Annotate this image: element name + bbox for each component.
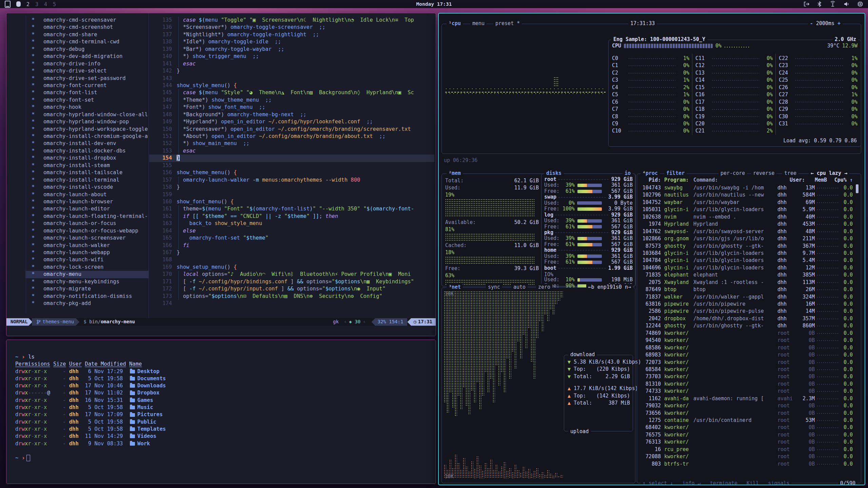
process-row[interactable]: 104762swayosd-/usr/bin/swayosd-serverdhh… (640, 228, 853, 235)
process-row[interactable]: 71835elephantelephantdhh385M0.0 (640, 271, 853, 279)
line-number: 158 (152, 184, 172, 191)
process-row[interactable]: 105031glycin-i/usr/lib/glycin-loadersdhh… (640, 206, 853, 213)
line-number: 145 (152, 89, 172, 96)
terminal-cursor[interactable] (26, 455, 30, 461)
clock[interactable]: Monday 17:31 (0, 1, 868, 7)
upload-graph (444, 454, 563, 478)
process-row[interactable]: 81310kworker/root0B0.0 (640, 381, 853, 388)
network-icon[interactable] (829, 1, 836, 7)
proc-reverse-toggle[interactable]: reverse (751, 170, 776, 177)
code-line: 155 (6, 162, 436, 169)
cpu-box: ¹cpu menu preset * 17:31:33 - 2000ms + u… (441, 24, 861, 154)
process-row[interactable]: 79032kworker/root0B0.0 (640, 402, 853, 409)
proc-scrollbar-thumb[interactable] (856, 184, 859, 193)
core-row: C221% (779, 55, 857, 62)
process-row[interactable]: 87649btopbtopdhh26M0.0 (640, 286, 853, 293)
update-interval[interactable]: - 2000ms + (808, 20, 843, 27)
process-row[interactable]: 68402kworker/root0B0.0 (640, 424, 853, 431)
process-row[interactable]: 73656kworker/root0B0.0 (640, 410, 853, 417)
process-row[interactable]: 76313kworker/root0B0.0 (640, 439, 853, 446)
process-row[interactable]: 104743swaybg/usr/bin/swaybg -i /homdhh13… (640, 184, 853, 191)
disk-list: root929 GiBUsed:39%361 GiBFree:61%567 Gi… (544, 177, 633, 289)
core-row: C180% (695, 106, 773, 113)
process-row[interactable]: 104784glycin-i/usr/lib/glycin-loadersdhh… (640, 257, 853, 264)
preset-button[interactable]: preset * (493, 20, 522, 27)
code-line: 162 if [[ "$theme" == "CNCLD" || -z "$th… (6, 213, 436, 220)
process-row[interactable]: 76575kworker/root0B0.0 (640, 431, 853, 439)
chip-icon[interactable] (857, 1, 863, 7)
ls-date: 9 Nov 08:33 (82, 440, 129, 447)
process-row[interactable]: 1275containe/usr/bin/containerdroot53M0.… (640, 417, 853, 424)
process-row[interactable]: 2042dropbox/home/dhh/.dropbox-distdhh357… (640, 315, 853, 322)
net-down-bar (522, 291, 525, 335)
proc-keybinds[interactable]: ↑ select ↓ info ↵ terminate Kill signals (640, 480, 791, 485)
process-row[interactable]: 104752waybar/usr/bin/waybardhh69M0.0 (640, 199, 853, 206)
process-row[interactable]: 12244ghostty/usr/bin/ghostty --gtk-dhh86… (640, 322, 853, 329)
process-row[interactable]: 803btrfs-trroot0B0.0 (640, 461, 853, 468)
proc-box-title[interactable]: ⁴proc (640, 170, 660, 177)
mem-box-title[interactable]: ²mem (447, 170, 463, 177)
process-row[interactable]: 102796nautilus/usr/bin/nautilus --newdhh… (640, 191, 853, 199)
process-row[interactable]: 1974HyprlandHyprlanddhh453M0.0 (640, 221, 853, 228)
cpu-box-title[interactable]: ¹cpu (447, 20, 463, 27)
process-row[interactable]: 72088kworker/root0B0.0 (640, 453, 853, 460)
proc-tree-toggle[interactable]: tree (782, 170, 798, 177)
core-row: C42% (612, 84, 689, 91)
core-row: C60% (612, 99, 689, 106)
code-line: 149 *Hyprland*) open_in_editor ~/.config… (6, 118, 436, 125)
proc-scrollbar[interactable] (856, 184, 859, 471)
process-row[interactable]: 74733kworker/root0B0.0 (640, 388, 853, 395)
proc-filter-button[interactable]: filter (664, 170, 687, 177)
net-up-bar (560, 475, 563, 478)
process-row[interactable]: 63816pipewire/usr/bin/pipewiredhh16M0.0 (640, 301, 853, 308)
cpu-mini-graph (724, 44, 751, 48)
process-row[interactable]: 68983kworker/root0B0.0 (640, 351, 853, 359)
process-row[interactable]: 104696glycin-i/usr/lib/glycin-loadersdhh… (640, 264, 853, 271)
line-number: 135 (152, 17, 172, 24)
process-list[interactable]: 104743swaybg/usr/bin/swaybg -i /homdhh13… (640, 184, 853, 468)
terminal-window[interactable]: ~ › lsPermissions Size User Date Modifie… (6, 340, 436, 484)
ls-name: Downloads (137, 382, 166, 389)
btop-window[interactable]: ¹cpu menu preset * 17:31:33 - 2000ms + u… (438, 13, 865, 485)
bluetooth-icon[interactable] (817, 1, 822, 7)
proc-sort-mode[interactable]: ← cpu lazy → (809, 170, 849, 177)
process-row[interactable]: 16rcu_preeroot0B0.0 (640, 446, 853, 453)
net-interface[interactable]: ←b enp191s0 n→ (586, 284, 633, 291)
process-row[interactable]: 72073kworker/root0B0.0 (640, 359, 853, 366)
ls-row: drwxr-xr-x - dhh 5 Oct 19:58 Templates (15, 426, 166, 433)
proc-header[interactable]: Pid: Program: Command: User: MemB Cpu% ↑ (640, 177, 853, 184)
volume-icon[interactable] (844, 1, 850, 7)
proc-percore-toggle[interactable]: per-core (718, 170, 747, 177)
net-down-bar (501, 291, 503, 372)
cpu-meter-bar (624, 44, 713, 48)
process-row[interactable]: 68584kworker/root0B0.0 (640, 366, 853, 373)
process-row[interactable]: 103684glycin-i/usr/lib/glycin-loadersdhh… (640, 250, 853, 257)
ls-header-name: Name (129, 361, 142, 368)
disk-meter (577, 190, 602, 193)
net-box-title[interactable]: ³net (447, 284, 463, 291)
net-down-bar (457, 291, 460, 396)
process-row[interactable]: 94540kworker/root0B0.0 (640, 337, 853, 344)
net-sync-toggle[interactable]: sync (486, 284, 502, 291)
net-zero-toggle[interactable]: zero (536, 284, 552, 291)
process-row[interactable]: 2586pipewire/usr/bin/pipewire-pulsedhh14… (640, 308, 853, 315)
net-up-bar (533, 471, 536, 478)
process-row[interactable]: 1162avahi-daavahi-daemon: running [avahi… (640, 395, 853, 402)
process-row[interactable]: 102638nvimnvim --embed .dhh40M0.0 (640, 214, 853, 221)
net-auto-toggle[interactable]: auto (511, 284, 528, 291)
process-row[interactable]: 71837walker/usr/bin/walker --gappldhh324… (640, 293, 853, 301)
logout-icon[interactable] (804, 1, 810, 7)
line-number: 161 (152, 205, 172, 212)
process-row[interactable]: 87573ghostty/usr/bin/ghostty --gtk-dhh36… (640, 243, 853, 250)
process-row[interactable]: 73703kworker/root0B0.0 (640, 373, 853, 380)
code-buffer[interactable]: 135 case $(menu "Toggle" "▣ Screensaver\… (6, 17, 436, 307)
line-number: 153 (152, 147, 172, 155)
neovim-window[interactable]: *omarchy-cmd-screensaver*omarchy-cmd-scr… (6, 13, 436, 336)
process-row[interactable]: 102866org.gnom/usr/bin/gjs /usr/lib/odhh… (640, 235, 853, 242)
process-row[interactable]: 74869kworker/root0B0.0 (640, 330, 853, 337)
process-row[interactable]: 2075XwaylandXwayland :1 -rootless -dhh11… (640, 279, 853, 286)
menu-button[interactable]: menu (470, 20, 487, 27)
line-number: 151 (152, 133, 172, 140)
process-row[interactable]: 68586kworker/root0B0.0 (640, 344, 853, 351)
line-number: 165 (152, 235, 172, 242)
